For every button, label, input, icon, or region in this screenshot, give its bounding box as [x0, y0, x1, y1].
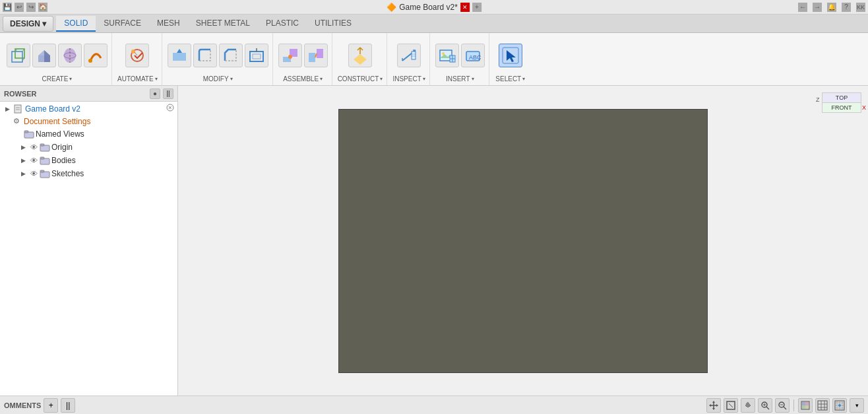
- redo-button[interactable]: ↪: [26, 3, 36, 12]
- svg-marker-67: [716, 404, 718, 407]
- tree-item-sketches[interactable]: ▶ 👁 Sketches: [0, 167, 177, 180]
- svg-point-22: [288, 55, 292, 59]
- fit-button[interactable]: [724, 398, 738, 413]
- view-cube-top-button[interactable]: TOP: [822, 93, 861, 103]
- origin-eye-icon[interactable]: 👁: [29, 143, 38, 152]
- svg-marker-65: [712, 408, 715, 410]
- create-dropdown-arrow[interactable]: ▾: [69, 76, 72, 82]
- revolve-button[interactable]: [58, 44, 82, 67]
- pan-button[interactable]: [741, 398, 755, 413]
- new-component-button[interactable]: [7, 44, 30, 67]
- svg-line-52: [170, 106, 171, 108]
- snap-button[interactable]: [832, 398, 847, 413]
- origin-label: Origin: [51, 143, 73, 152]
- joint-button[interactable]: [278, 44, 302, 67]
- tree-arrow-bodies[interactable]: ▶: [18, 156, 28, 165]
- as-built-joint-button[interactable]: [304, 44, 328, 67]
- svg-line-53: [170, 108, 171, 109]
- modify-icons: [168, 36, 268, 75]
- ribbon-group-create: CREATE ▾: [3, 33, 112, 85]
- move-tool-button[interactable]: [706, 398, 721, 413]
- tab-sheet-metal[interactable]: SHEET METAL: [188, 16, 258, 32]
- shell-button[interactable]: [245, 44, 268, 67]
- insert-dropdown-arrow[interactable]: ▾: [472, 76, 474, 82]
- view-cube-front-button[interactable]: FRONT: [822, 103, 861, 112]
- title-bar: 💾 ↩ ↪ 🏠 🔶 Game Board v2* ✕ + ← → 🔔 ? KK: [0, 0, 868, 15]
- bodies-eye-icon[interactable]: 👁: [29, 156, 38, 165]
- close-doc-button[interactable]: ✕: [460, 3, 470, 12]
- assemble-dropdown-arrow[interactable]: ▾: [320, 76, 323, 82]
- svg-line-50: [169, 106, 170, 108]
- notifications-button[interactable]: 🔔: [827, 3, 836, 12]
- panel-toggle-button[interactable]: ||: [61, 398, 75, 413]
- display-mode-button[interactable]: [798, 398, 813, 413]
- inspect-dropdown-arrow[interactable]: ▾: [423, 76, 425, 82]
- help-button[interactable]: ?: [842, 3, 851, 12]
- offset-plane-button[interactable]: [348, 44, 372, 67]
- main-area: ROWSER ● || ▶ Game Board v2: [0, 86, 868, 396]
- new-tab-button[interactable]: +: [472, 3, 481, 12]
- assemble-label: ASSEMBLE ▾: [283, 75, 323, 84]
- sweep-button[interactable]: [84, 44, 108, 67]
- svg-text:ABC: ABC: [469, 54, 481, 61]
- decal-button[interactable]: ABC: [461, 44, 485, 67]
- canvas-area[interactable]: [338, 109, 708, 373]
- insert-image-button[interactable]: [435, 44, 459, 67]
- grid-button[interactable]: [815, 398, 830, 413]
- svg-line-75: [784, 407, 786, 409]
- tree-arrow-origin[interactable]: ▶: [18, 143, 28, 152]
- svg-rect-55: [24, 131, 28, 133]
- automate-label: AUTOMATE ▾: [117, 75, 158, 84]
- add-comment-button[interactable]: +: [44, 398, 58, 413]
- automate-button[interactable]: [125, 44, 149, 67]
- sidebar-collapse-button[interactable]: ●: [150, 88, 160, 99]
- construct-dropdown-arrow[interactable]: ▾: [380, 76, 383, 82]
- tree-item-bodies[interactable]: ▶ 👁 Bodies: [0, 154, 177, 167]
- select-button[interactable]: [499, 44, 522, 67]
- extrude-button[interactable]: [32, 44, 56, 67]
- svg-rect-80: [802, 405, 805, 409]
- tree-item-game-board[interactable]: ▶ Game Board v2: [0, 102, 177, 116]
- fillet-button[interactable]: [193, 44, 217, 67]
- home-button[interactable]: 🏠: [38, 3, 47, 12]
- tab-mesh[interactable]: MESH: [149, 16, 188, 32]
- ribbon-group-automate: AUTOMATE ▾: [113, 33, 162, 85]
- svg-rect-15: [173, 53, 186, 61]
- tree-item-origin[interactable]: ▶ 👁 Origin: [0, 141, 177, 154]
- snap-dropdown-button[interactable]: ▾: [850, 398, 864, 413]
- nav-back-button[interactable]: ←: [798, 3, 807, 12]
- undo-button[interactable]: ↩: [15, 3, 24, 12]
- view-cube: Z TOP FRONT X: [822, 92, 861, 113]
- press-pull-button[interactable]: [168, 44, 191, 67]
- tab-plastic[interactable]: PLASTIC: [258, 16, 307, 32]
- svg-rect-18: [253, 54, 261, 59]
- tree-arrow-sketches[interactable]: ▶: [18, 169, 28, 178]
- origin-folder-icon: [40, 142, 50, 153]
- create-icons: [7, 36, 108, 75]
- sketches-eye-icon[interactable]: 👁: [29, 169, 38, 178]
- design-mode-button[interactable]: DESIGN ▾: [3, 16, 53, 32]
- automate-dropdown-arrow[interactable]: ▾: [155, 76, 158, 82]
- zoom-button[interactable]: [775, 398, 790, 413]
- tab-surface[interactable]: SURFACE: [96, 16, 149, 32]
- nav-forward-button[interactable]: →: [813, 3, 822, 12]
- viewport[interactable]: Z TOP FRONT X: [178, 86, 868, 396]
- tree-item-doc-settings[interactable]: ⚙ Document Settings: [0, 116, 177, 127]
- tab-solid[interactable]: SOLID: [56, 16, 96, 32]
- svg-rect-57: [40, 144, 44, 146]
- user-button[interactable]: KK: [856, 3, 865, 12]
- chamfer-button[interactable]: [219, 44, 243, 67]
- select-dropdown-arrow[interactable]: ▾: [522, 76, 525, 82]
- svg-rect-78: [802, 402, 805, 405]
- sketches-label: Sketches: [51, 169, 84, 178]
- svg-rect-81: [805, 405, 809, 409]
- tree-item-named-views[interactable]: ▶ Named Views: [0, 127, 177, 141]
- sidebar-panel-button[interactable]: ||: [163, 88, 173, 99]
- measure-button[interactable]: [397, 44, 421, 67]
- tab-utilities[interactable]: UTILITIES: [307, 16, 359, 32]
- tree-arrow-game-board[interactable]: ▶: [3, 104, 12, 114]
- save-button[interactable]: 💾: [3, 3, 12, 12]
- game-board-options-button[interactable]: [166, 103, 175, 114]
- zoom-window-button[interactable]: [758, 398, 772, 413]
- modify-dropdown-arrow[interactable]: ▾: [230, 76, 233, 82]
